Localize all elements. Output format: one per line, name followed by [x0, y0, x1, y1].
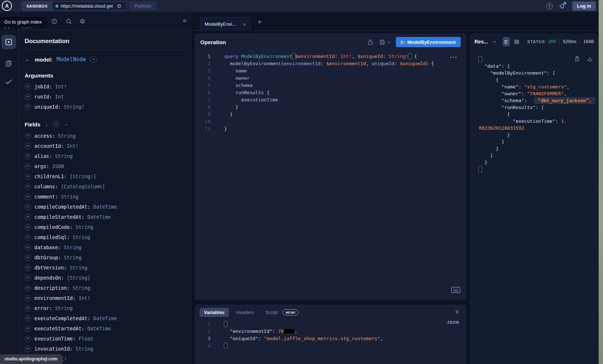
field-row[interactable]: +database: String [25, 242, 186, 252]
field-row[interactable]: +compileStartedAt: DateTime [25, 212, 186, 222]
run-button[interactable]: ▷ ModelByEnvironment [396, 37, 461, 47]
login-button[interactable]: Log in [572, 1, 596, 11]
add-field-button[interactable]: + [25, 194, 31, 200]
field-row[interactable]: +jobId: Int! [25, 81, 186, 92]
tab-script[interactable]: Script [261, 308, 279, 317]
add-field-button[interactable]: + [25, 305, 31, 311]
apollo-logo[interactable]: A [2, 1, 12, 11]
field-row[interactable]: +runId: Int [25, 92, 186, 102]
settings-icon[interactable]: ⚙ [80, 18, 85, 25]
field-type[interactable]: String [70, 265, 88, 271]
field-type[interactable]: String [76, 346, 93, 352]
add-field-button[interactable]: + [25, 84, 31, 90]
tab-close-icon[interactable]: × [243, 21, 246, 27]
field-row[interactable]: +dbtGroup: String [25, 252, 186, 263]
help-icon[interactable]: ? [546, 3, 553, 9]
add-field-button[interactable]: + [25, 163, 31, 170]
field-type[interactable]: String [55, 153, 73, 159]
field-type[interactable]: String [64, 244, 81, 250]
publish-button[interactable]: Publish [129, 1, 157, 11]
add-field-button[interactable]: + [25, 214, 31, 220]
field-row[interactable]: +dbtVersion: String [25, 263, 186, 273]
field-type[interactable]: Int! [79, 295, 91, 301]
add-field-button[interactable]: + [25, 143, 31, 149]
add-field-button[interactable]: + [25, 275, 31, 281]
checklist-icon[interactable] [1, 74, 16, 89]
field-row[interactable]: +environmentId: Int! [25, 293, 186, 303]
field-row[interactable]: +childrenL1: [String!] [25, 171, 186, 181]
field-type[interactable]: String [76, 224, 93, 230]
field-type[interactable]: String [55, 305, 73, 311]
add-field-button[interactable]: + [25, 133, 31, 139]
collapse-variables-icon[interactable] [454, 309, 460, 315]
add-field-button[interactable]: + [25, 153, 31, 159]
field-type[interactable]: Int [55, 94, 64, 100]
add-field-button[interactable]: + [25, 184, 31, 190]
field-row[interactable]: +comment: String [25, 192, 186, 202]
tab-headers[interactable]: Headers [232, 308, 258, 317]
response-chevron-icon[interactable] [492, 39, 497, 44]
endpoint-control[interactable]: SANDBOX https://metadata.cloud.get ⚙ [22, 1, 127, 11]
tab-variables[interactable]: Variables [200, 308, 229, 317]
field-row[interactable]: +compiledSql: String [25, 232, 186, 242]
field-type[interactable]: Float [79, 336, 93, 342]
download-response-icon[interactable] [587, 56, 593, 62]
field-type[interactable]: String [64, 255, 81, 260]
new-tab-button[interactable]: + [257, 18, 262, 26]
sort-icon[interactable]: ↓ [45, 122, 48, 127]
connection-settings-icon[interactable]: ⚙ [117, 3, 122, 9]
field-row[interactable]: +columns: [CatalogColumn] [25, 181, 186, 192]
options-icon[interactable] [450, 56, 457, 59]
field-type[interactable]: JSON [52, 163, 64, 169]
add-field-button[interactable]: + [25, 285, 31, 291]
field-type[interactable]: String [73, 285, 91, 291]
field-type[interactable]: Int! [67, 143, 79, 149]
variables-editor[interactable]: 1{2"environmentId": 78,3"uniqueId": "mod… [194, 321, 466, 350]
field-row[interactable]: +alias: String [25, 151, 186, 161]
format-list-icon[interactable] [503, 37, 510, 46]
field-row[interactable]: +executionTime: Float [25, 334, 186, 344]
field-type[interactable]: DateTime [87, 326, 111, 331]
field-row[interactable]: +args: JSON [25, 161, 186, 171]
breadcrumb-type[interactable]: ModelNode [56, 56, 86, 63]
copy-response-icon[interactable] [574, 56, 580, 62]
endpoint-url-input[interactable]: https://metadata.cloud.get ⚙ [53, 2, 127, 10]
field-type[interactable]: DateTime [87, 214, 111, 220]
add-all-fields-button[interactable]: + [90, 56, 97, 63]
field-row[interactable]: +description: String [25, 283, 186, 293]
field-row[interactable]: +compileCompletedAt: DateTime [25, 202, 186, 212]
field-row[interactable]: +accountId: Int! [25, 141, 186, 151]
add-field-button[interactable]: + [25, 173, 31, 180]
field-row[interactable]: +executeCompletedAt: DateTime [25, 313, 186, 323]
field-type[interactable]: [String] [67, 275, 90, 281]
add-field-button[interactable]: + [25, 265, 31, 271]
field-row[interactable]: +compiledCode: String [25, 222, 186, 232]
add-field-button[interactable]: + [25, 244, 31, 251]
history-icon[interactable] [51, 18, 58, 25]
chevron-down-icon[interactable] [64, 122, 68, 127]
add-field-button[interactable]: + [25, 234, 31, 240]
field-type[interactable]: [CatalogColumn] [61, 184, 105, 189]
field-row[interactable]: +uniqueId: String! [25, 102, 186, 112]
add-field-button[interactable]: + [25, 326, 31, 332]
field-type[interactable]: DateTime [93, 315, 117, 321]
field-type[interactable]: String [61, 194, 79, 200]
add-fields-button[interactable]: + [53, 121, 59, 127]
field-row[interactable]: +error: String [25, 303, 186, 313]
add-field-button[interactable]: + [25, 315, 31, 322]
field-type[interactable]: [String!] [70, 173, 96, 179]
field-row[interactable]: +dependsOn: [String] [25, 273, 186, 283]
add-field-button[interactable]: + [25, 94, 31, 100]
field-type[interactable]: DateTime [93, 204, 117, 210]
field-type[interactable]: Int! [55, 84, 67, 89]
explorer-icon[interactable] [1, 35, 16, 49]
back-icon[interactable]: ← [25, 56, 31, 63]
add-field-button[interactable]: + [25, 104, 31, 110]
field-row[interactable]: +access: String [25, 131, 186, 141]
format-table-icon[interactable] [513, 37, 520, 46]
add-field-button[interactable]: + [25, 255, 31, 261]
save-icon[interactable] [379, 39, 391, 46]
operation-collections-icon[interactable] [1, 56, 16, 71]
add-field-button[interactable]: + [25, 204, 31, 210]
collapse-panel-icon[interactable]: « [183, 16, 187, 24]
